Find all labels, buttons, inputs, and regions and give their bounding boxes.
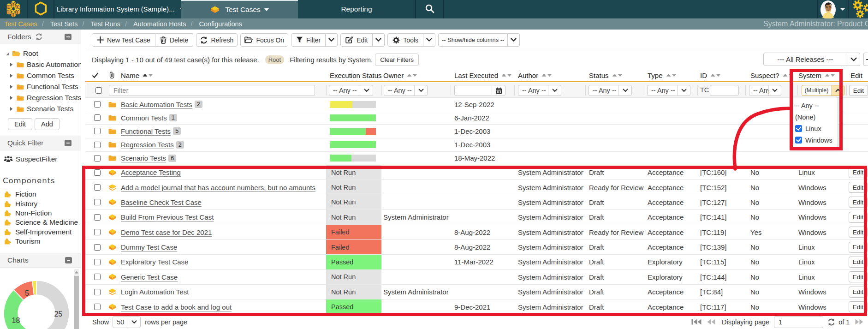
select-all-checkbox[interactable]: [95, 87, 102, 94]
tree-item-label[interactable]: Basic Automation Tests: [27, 60, 81, 69]
test-case-link[interactable]: Exploratory Test Case: [121, 258, 188, 266]
show-hide-columns-dropdown-button[interactable]: [508, 33, 520, 47]
refresh-folders-icon[interactable]: [36, 33, 42, 40]
component-item[interactable]: Tourism: [0, 237, 81, 246]
system-filter-option[interactable]: Linux: [791, 123, 838, 134]
column-header-system[interactable]: System: [797, 69, 846, 81]
focus-on-button[interactable]: Focus On: [240, 33, 288, 47]
execution-status-filter-select[interactable]: -- Any --: [329, 85, 373, 96]
checked-checkbox-icon[interactable]: [795, 137, 802, 144]
tree-item-root[interactable]: Root: [0, 48, 81, 59]
row-edit-button[interactable]: Edit: [849, 257, 868, 268]
home-logo-button[interactable]: [0, 0, 27, 18]
component-item[interactable]: Science & Medicine: [0, 218, 81, 227]
previous-page-icon[interactable]: [707, 319, 715, 325]
user-menu[interactable]: [818, 0, 848, 18]
release-select-dropdown-button[interactable]: [847, 53, 860, 66]
row-edit-button[interactable]: Edit: [849, 197, 868, 208]
component-label[interactable]: Self-Improvement: [15, 228, 71, 236]
system-filter-option-label[interactable]: -- Any --: [795, 102, 819, 109]
tree-collapsed-icon[interactable]: [10, 62, 13, 67]
checked-checkbox-icon[interactable]: [795, 125, 802, 132]
tools-dropdown-button[interactable]: [423, 33, 435, 47]
tree-item-folder[interactable]: Common Tests: [0, 70, 81, 81]
scrollbar-thumb[interactable]: [74, 276, 79, 329]
component-item[interactable]: Non-Fiction: [0, 209, 81, 218]
component-item[interactable]: Self-Improvement: [0, 227, 81, 237]
system-filter-select[interactable]: (Multiple): [802, 85, 844, 96]
select-all-column-header[interactable]: [85, 69, 105, 81]
component-item[interactable]: Fiction: [0, 190, 81, 199]
sort-icon[interactable]: [612, 73, 623, 77]
component-label[interactable]: Non-Fiction: [15, 209, 52, 217]
row-checkbox[interactable]: [94, 101, 101, 108]
row-edit-button[interactable]: Edit: [849, 287, 868, 298]
system-settings-button[interactable]: [850, 0, 868, 18]
sort-icon[interactable]: [825, 73, 835, 77]
chevron-down-icon[interactable]: [678, 85, 690, 96]
chevron-up-icon[interactable]: [832, 85, 844, 96]
row-edit-button[interactable]: Edit: [849, 227, 868, 238]
chevron-down-icon[interactable]: [415, 85, 427, 96]
row-edit-button[interactable]: Edit: [849, 212, 868, 223]
row-checkbox[interactable]: [94, 244, 101, 251]
quick-filter-item-suspectfilter[interactable]: SuspectFilter: [0, 153, 81, 165]
row-checkbox[interactable]: [94, 142, 101, 148]
collapse-quick-filter-icon[interactable]: [65, 140, 71, 146]
folder-link[interactable]: Common Tests: [121, 114, 167, 122]
breadcrumb-test-runs[interactable]: Test Runs: [90, 20, 120, 28]
tree-item-folder[interactable]: Scenario Tests: [0, 103, 81, 114]
status-filter-select[interactable]: -- Any --: [589, 85, 632, 96]
filter-button[interactable]: Filter: [291, 33, 326, 47]
row-checkbox[interactable]: [94, 169, 101, 176]
quick-filter-label[interactable]: SuspectFilter: [16, 155, 57, 163]
tree-item-label[interactable]: Root: [23, 49, 38, 58]
column-header-id[interactable]: ID: [697, 69, 745, 81]
global-search-button[interactable]: [416, 0, 443, 18]
breadcrumb-test-cases[interactable]: Test Cases: [4, 20, 37, 28]
row-checkbox[interactable]: [94, 289, 101, 295]
delete-button[interactable]: Delete: [155, 33, 193, 47]
row-edit-button[interactable]: Edit: [849, 242, 868, 253]
tools-button[interactable]: Tools: [387, 33, 423, 47]
author-filter-select[interactable]: -- Any --: [518, 85, 561, 96]
folder-edit-button[interactable]: Edit: [8, 118, 32, 130]
folder-link[interactable]: Scenario Tests: [121, 154, 166, 162]
chevron-down-icon[interactable]: [548, 85, 561, 96]
row-checkbox[interactable]: [94, 274, 101, 280]
test-case-link[interactable]: Demo Test case for Dec 2021: [121, 228, 212, 236]
tree-collapsed-icon[interactable]: [10, 107, 13, 111]
row-checkbox[interactable]: [94, 128, 101, 134]
first-page-icon[interactable]: [691, 319, 702, 325]
component-label[interactable]: Tourism: [15, 237, 40, 245]
product-selector[interactable]: Library Information System (Sample)...: [54, 0, 181, 18]
refresh-page-icon[interactable]: [827, 318, 835, 326]
system-filter-option-label[interactable]: Linux: [805, 125, 821, 132]
clear-filters-button[interactable]: Clear Filters: [375, 54, 419, 66]
name-filter-input[interactable]: Filter: [109, 85, 315, 96]
sort-icon[interactable]: [501, 73, 512, 77]
test-case-link[interactable]: Acceptance Testing: [121, 168, 181, 176]
test-case-link[interactable]: Login Automation Test: [121, 288, 189, 296]
new-test-case-button[interactable]: New Test Case: [92, 33, 155, 47]
tree-item-folder[interactable]: Regression Tests: [0, 92, 81, 103]
system-filter-option-label[interactable]: (None): [795, 114, 815, 121]
column-header-type[interactable]: Type: [644, 69, 697, 81]
refresh-button[interactable]: Refresh: [196, 33, 238, 47]
component-label[interactable]: Fiction: [15, 190, 36, 198]
edit-button[interactable]: Edit: [340, 33, 373, 47]
tree-item-folder[interactable]: Basic Automation Tests: [0, 59, 81, 70]
row-edit-button[interactable]: Edit: [849, 271, 868, 282]
system-filter-option[interactable]: (None): [791, 111, 838, 123]
filter-dropdown-button[interactable]: [326, 33, 338, 47]
system-filter-option[interactable]: -- Any --: [791, 100, 838, 111]
tree-expanded-icon[interactable]: [6, 52, 10, 56]
owner-filter-select[interactable]: -- Any --: [384, 85, 428, 96]
attachment-column-header[interactable]: [105, 69, 120, 81]
test-case-link[interactable]: Test Case to add a book and log out: [121, 303, 232, 311]
last-executed-filter-date[interactable]: [454, 85, 505, 96]
sort-icon[interactable]: [783, 73, 793, 77]
go-to-release-button[interactable]: [863, 53, 868, 66]
suspect-filter-select[interactable]: -- Any --: [749, 85, 781, 96]
column-header-execution-status[interactable]: Execution Status: [326, 69, 381, 81]
